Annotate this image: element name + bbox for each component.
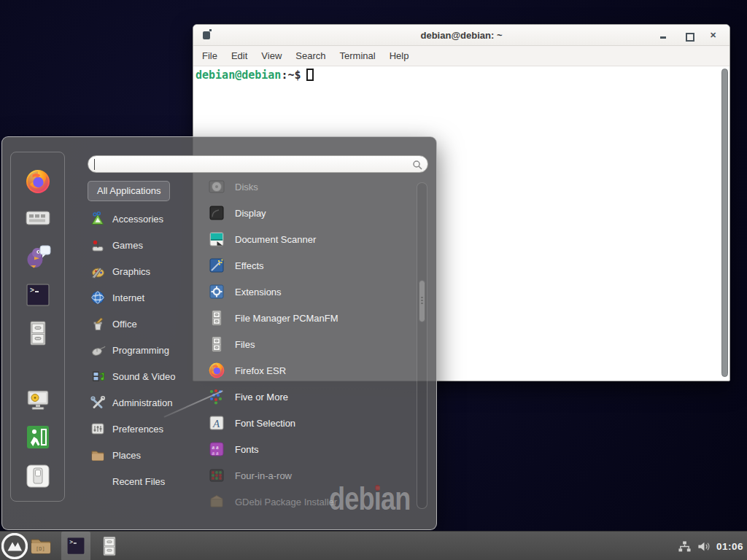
application-menu: > All ApplicationsAccessoriesGamesGraphi… <box>1 136 437 530</box>
category-label: Administration <box>112 397 172 408</box>
document-scanner-icon <box>207 230 226 249</box>
terminal-window-button[interactable]: > <box>61 532 90 560</box>
terminal-title: debian@debian: ~ <box>193 25 729 46</box>
category-label: Preferences <box>112 424 163 435</box>
app-label: Four-in-a-row <box>235 470 292 481</box>
category-administration[interactable]: Administration <box>88 389 197 416</box>
menu-scrollbar-thumb[interactable] <box>419 280 425 322</box>
category-programming[interactable]: Programming <box>88 337 197 363</box>
application-list: DisksDisplayDocument ScannerEffectsExten… <box>207 174 419 518</box>
svg-text:A: A <box>212 418 220 429</box>
app-display[interactable]: Display <box>207 200 419 226</box>
category-label: Internet <box>112 292 144 303</box>
font-selection-icon: A <box>207 413 226 432</box>
places-icon <box>90 447 106 463</box>
category-preferences[interactable]: Preferences <box>88 416 197 442</box>
volume-icon[interactable] <box>697 540 711 553</box>
category-label: Sound & Video <box>112 371 176 382</box>
close-icon[interactable] <box>704 25 723 46</box>
disks-icon <box>207 177 226 196</box>
favorite-logout-icon[interactable] <box>23 423 53 452</box>
terminal-menu-view[interactable]: View <box>261 50 282 61</box>
app-effects[interactable]: Effects <box>207 252 419 279</box>
app-extensions[interactable]: Extensions <box>207 279 419 305</box>
favorite-control-center-icon[interactable] <box>23 203 53 233</box>
file-manager-icon <box>207 308 226 327</box>
file-manager-launcher[interactable]: [D] <box>29 534 53 558</box>
category-places[interactable]: Places <box>88 442 197 468</box>
terminal-cursor <box>306 69 314 81</box>
app-label: GDebi Package Installer <box>235 497 337 508</box>
watermark-text: debian <box>329 481 410 516</box>
favorite-file-cabinet-icon[interactable] <box>23 319 53 348</box>
accessories-icon <box>90 211 106 227</box>
taskbar-tray: 01:06 <box>678 532 743 560</box>
app-document-scanner[interactable]: Document Scanner <box>207 226 419 252</box>
svg-text:>: > <box>69 539 73 545</box>
terminal-menu-file[interactable]: File <box>202 50 217 61</box>
text-caret <box>94 159 95 170</box>
app-label: File Manager PCManFM <box>235 313 338 324</box>
category-label: Recent Files <box>112 476 165 487</box>
desktop: debian@debian: ~ FileEditViewSearchTermi… <box>0 0 747 560</box>
category-internet[interactable]: Internet <box>88 284 197 311</box>
clock[interactable]: 01:06 <box>716 541 743 552</box>
tray-icons <box>678 540 711 553</box>
app-file-manager-pcmanfm[interactable]: File Manager PCManFM <box>207 305 419 331</box>
favorite-terminal-icon[interactable]: > <box>23 281 53 310</box>
category-graphics[interactable]: Graphics <box>88 258 197 284</box>
category-sound-video[interactable]: Sound & Video <box>88 363 197 389</box>
category-games[interactable]: Games <box>88 232 197 258</box>
category-label: Office <box>112 319 137 330</box>
favorite-lock-screen-icon[interactable] <box>23 385 53 414</box>
search-icon <box>412 160 422 170</box>
graphics-icon <box>90 263 106 279</box>
minimize-icon[interactable] <box>654 25 673 46</box>
administration-icon <box>90 394 106 411</box>
files-icon <box>207 335 226 354</box>
app-firefox-esr[interactable]: Firefox ESR <box>207 357 419 384</box>
terminal-scrollbar[interactable] <box>721 69 728 377</box>
category-office[interactable]: Office <box>88 311 197 337</box>
category-label: Places <box>112 450 141 461</box>
category-recent-files[interactable]: Recent Files <box>88 468 197 494</box>
app-font-selection[interactable]: AFont Selection <box>207 410 419 436</box>
terminal-titlebar[interactable]: debian@debian: ~ <box>193 25 729 46</box>
display-icon <box>207 203 226 222</box>
watermark-red-dot <box>375 485 380 491</box>
menu-button[interactable] <box>1 533 28 559</box>
terminal-icon: > <box>64 534 88 558</box>
terminal-menu-search[interactable]: Search <box>295 50 325 61</box>
app-five-or-more[interactable]: Five or More <box>207 384 419 410</box>
category-all-applications[interactable]: All Applications <box>88 181 170 201</box>
terminal-menu-help[interactable]: Help <box>390 50 409 61</box>
prompt-suffix: :~$ <box>281 69 301 82</box>
svg-text:[D]: [D] <box>36 546 45 552</box>
favorite-firefox-icon[interactable] <box>23 167 53 196</box>
favorites-column: > <box>10 152 65 502</box>
menu-scrollbar-track[interactable] <box>417 182 427 509</box>
app-label: Disks <box>235 182 258 192</box>
network-icon[interactable] <box>678 540 692 553</box>
taskbar: [D]> 01:06 <box>0 531 747 560</box>
app-fonts[interactable]: a aa aFonts <box>207 436 419 462</box>
app-label: Effects <box>235 260 264 271</box>
search-input[interactable] <box>96 158 402 171</box>
app-files[interactable]: Files <box>207 331 419 357</box>
app-label: Display <box>235 208 266 219</box>
category-accessories[interactable]: Accessories <box>88 206 197 232</box>
file-cabinet-icon <box>98 534 121 558</box>
app-label: Fonts <box>235 444 259 455</box>
internet-icon <box>90 289 106 306</box>
app-label: Files <box>235 339 255 350</box>
maximize-icon[interactable] <box>679 25 698 46</box>
favorite-pidgin-icon[interactable] <box>23 242 53 271</box>
app-label: Font Selection <box>235 418 295 429</box>
terminal-menu-edit[interactable]: Edit <box>231 50 247 61</box>
favorite-shutdown-icon[interactable] <box>23 462 53 491</box>
category-list: All ApplicationsAccessoriesGamesGraphics… <box>88 181 197 494</box>
files-launcher[interactable] <box>98 534 121 558</box>
app-disks[interactable]: Disks <box>207 174 419 200</box>
terminal-menu-terminal[interactable]: Terminal <box>340 50 376 61</box>
games-icon <box>90 237 106 253</box>
